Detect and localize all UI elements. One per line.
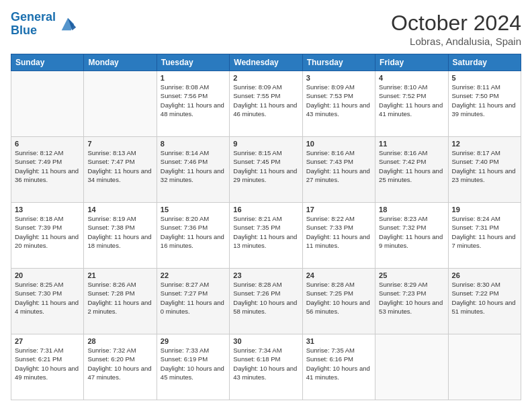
day-number: 24	[306, 271, 371, 279]
calendar-week-row: 1Sunrise: 8:08 AMSunset: 7:56 PMDaylight…	[11, 71, 521, 137]
day-info: Sunrise: 7:33 AMSunset: 6:19 PMDaylight:…	[161, 346, 226, 381]
calendar-cell: 22Sunrise: 8:27 AMSunset: 7:27 PMDayligh…	[157, 269, 229, 334]
title-block: October 2024 Lobras, Andalusia, Spain	[391, 11, 521, 47]
calendar-cell: 2Sunrise: 8:09 AMSunset: 7:55 PMDaylight…	[230, 71, 302, 137]
calendar-cell: 16Sunrise: 8:21 AMSunset: 7:35 PMDayligh…	[230, 203, 302, 269]
month-title: October 2024	[391, 11, 521, 36]
calendar-cell: 18Sunrise: 8:23 AMSunset: 7:32 PMDayligh…	[375, 203, 448, 269]
calendar-cell: 20Sunrise: 8:25 AMSunset: 7:30 PMDayligh…	[11, 269, 84, 334]
logo-text: General Blue	[11, 11, 56, 38]
day-number: 6	[15, 140, 80, 148]
calendar-cell: 23Sunrise: 8:28 AMSunset: 7:26 PMDayligh…	[230, 269, 302, 334]
logo: General Blue	[11, 11, 77, 38]
calendar-cell	[11, 71, 84, 137]
day-info: Sunrise: 7:32 AMSunset: 6:20 PMDaylight:…	[87, 346, 152, 381]
day-info: Sunrise: 8:09 AMSunset: 7:55 PMDaylight:…	[233, 83, 298, 118]
calendar-cell: 29Sunrise: 7:33 AMSunset: 6:19 PMDayligh…	[157, 334, 229, 400]
day-info: Sunrise: 8:20 AMSunset: 7:36 PMDaylight:…	[161, 214, 226, 250]
day-number: 8	[161, 140, 226, 148]
calendar-cell: 5Sunrise: 8:11 AMSunset: 7:50 PMDaylight…	[448, 71, 521, 137]
calendar-cell: 11Sunrise: 8:16 AMSunset: 7:42 PMDayligh…	[375, 137, 448, 203]
day-info: Sunrise: 8:25 AMSunset: 7:30 PMDaylight:…	[15, 280, 80, 316]
day-number: 26	[452, 271, 517, 279]
calendar-cell: 30Sunrise: 7:34 AMSunset: 6:18 PMDayligh…	[230, 334, 302, 400]
calendar-cell: 17Sunrise: 8:22 AMSunset: 7:33 PMDayligh…	[302, 203, 375, 269]
day-info: Sunrise: 8:21 AMSunset: 7:35 PMDaylight:…	[233, 214, 298, 250]
day-info: Sunrise: 8:27 AMSunset: 7:27 PMDaylight:…	[161, 280, 226, 316]
calendar-week-row: 27Sunrise: 7:31 AMSunset: 6:21 PMDayligh…	[11, 334, 521, 400]
calendar-cell: 12Sunrise: 8:17 AMSunset: 7:40 PMDayligh…	[448, 137, 521, 203]
day-number: 4	[379, 74, 444, 82]
calendar-cell: 27Sunrise: 7:31 AMSunset: 6:21 PMDayligh…	[11, 334, 84, 400]
calendar-cell: 6Sunrise: 8:12 AMSunset: 7:49 PMDaylight…	[11, 137, 84, 203]
day-info: Sunrise: 8:13 AMSunset: 7:47 PMDaylight:…	[87, 148, 152, 184]
logo-line1: General	[11, 10, 56, 24]
calendar-cell: 26Sunrise: 8:30 AMSunset: 7:22 PMDayligh…	[448, 269, 521, 334]
calendar-week-row: 13Sunrise: 8:18 AMSunset: 7:39 PMDayligh…	[11, 203, 521, 269]
day-info: Sunrise: 8:24 AMSunset: 7:31 PMDaylight:…	[452, 214, 517, 250]
day-number: 9	[233, 140, 298, 148]
day-info: Sunrise: 8:11 AMSunset: 7:50 PMDaylight:…	[452, 83, 517, 118]
day-number: 14	[87, 205, 152, 214]
day-number: 23	[233, 271, 298, 279]
day-info: Sunrise: 8:16 AMSunset: 7:42 PMDaylight:…	[379, 148, 444, 184]
day-number: 3	[306, 74, 371, 82]
header: General Blue October 2024 Lobras, Andalu…	[11, 11, 521, 47]
day-number: 19	[452, 205, 517, 214]
weekday-header-wednesday: Wednesday	[230, 54, 302, 71]
day-number: 27	[15, 337, 80, 345]
weekday-header-monday: Monday	[84, 54, 157, 71]
page: General Blue October 2024 Lobras, Andalu…	[0, 0, 532, 411]
day-number: 11	[379, 140, 444, 148]
calendar-cell: 31Sunrise: 7:35 AMSunset: 6:16 PMDayligh…	[302, 334, 375, 400]
calendar-week-row: 6Sunrise: 8:12 AMSunset: 7:49 PMDaylight…	[11, 137, 521, 203]
day-info: Sunrise: 8:26 AMSunset: 7:28 PMDaylight:…	[87, 280, 152, 316]
day-info: Sunrise: 8:19 AMSunset: 7:38 PMDaylight:…	[87, 214, 152, 250]
calendar-cell: 3Sunrise: 8:09 AMSunset: 7:53 PMDaylight…	[302, 71, 375, 137]
day-info: Sunrise: 8:16 AMSunset: 7:43 PMDaylight:…	[306, 148, 371, 184]
day-info: Sunrise: 8:30 AMSunset: 7:22 PMDaylight:…	[452, 280, 517, 316]
day-info: Sunrise: 8:08 AMSunset: 7:56 PMDaylight:…	[161, 83, 226, 118]
day-number: 7	[87, 140, 152, 148]
day-info: Sunrise: 8:15 AMSunset: 7:45 PMDaylight:…	[233, 148, 298, 184]
weekday-header-tuesday: Tuesday	[157, 54, 229, 71]
day-number: 28	[87, 337, 152, 345]
day-number: 10	[306, 140, 371, 148]
calendar-cell: 19Sunrise: 8:24 AMSunset: 7:31 PMDayligh…	[448, 203, 521, 269]
calendar-week-row: 20Sunrise: 8:25 AMSunset: 7:30 PMDayligh…	[11, 269, 521, 334]
calendar-cell: 25Sunrise: 8:29 AMSunset: 7:23 PMDayligh…	[375, 269, 448, 334]
day-number: 13	[15, 205, 80, 214]
calendar-cell: 13Sunrise: 8:18 AMSunset: 7:39 PMDayligh…	[11, 203, 84, 269]
day-number: 30	[233, 337, 298, 345]
location: Lobras, Andalusia, Spain	[391, 36, 521, 47]
weekday-header-sunday: Sunday	[11, 54, 84, 71]
day-info: Sunrise: 7:34 AMSunset: 6:18 PMDaylight:…	[233, 346, 298, 381]
calendar-cell: 8Sunrise: 8:14 AMSunset: 7:46 PMDaylight…	[157, 137, 229, 203]
day-number: 29	[161, 337, 226, 345]
day-number: 21	[87, 271, 152, 279]
logo-icon	[58, 15, 77, 34]
calendar-cell: 14Sunrise: 8:19 AMSunset: 7:38 PMDayligh…	[84, 203, 157, 269]
day-info: Sunrise: 8:29 AMSunset: 7:23 PMDaylight:…	[379, 280, 444, 316]
day-info: Sunrise: 8:12 AMSunset: 7:49 PMDaylight:…	[15, 148, 80, 184]
weekday-header-thursday: Thursday	[302, 54, 375, 71]
day-info: Sunrise: 8:17 AMSunset: 7:40 PMDaylight:…	[452, 148, 517, 184]
day-number: 22	[161, 271, 226, 279]
day-number: 17	[306, 205, 371, 214]
day-number: 15	[161, 205, 226, 214]
calendar-cell: 21Sunrise: 8:26 AMSunset: 7:28 PMDayligh…	[84, 269, 157, 334]
calendar-cell	[375, 334, 448, 400]
calendar-cell	[84, 71, 157, 137]
day-number: 5	[452, 74, 517, 82]
calendar-header-row: SundayMondayTuesdayWednesdayThursdayFrid…	[11, 54, 521, 71]
day-info: Sunrise: 8:18 AMSunset: 7:39 PMDaylight:…	[15, 214, 80, 250]
day-info: Sunrise: 8:28 AMSunset: 7:25 PMDaylight:…	[306, 280, 371, 316]
calendar-cell	[448, 334, 521, 400]
weekday-header-friday: Friday	[375, 54, 448, 71]
day-info: Sunrise: 8:23 AMSunset: 7:32 PMDaylight:…	[379, 214, 444, 250]
day-number: 31	[306, 337, 371, 345]
day-info: Sunrise: 8:14 AMSunset: 7:46 PMDaylight:…	[161, 148, 226, 184]
day-number: 16	[233, 205, 298, 214]
day-info: Sunrise: 7:35 AMSunset: 6:16 PMDaylight:…	[306, 346, 371, 381]
day-info: Sunrise: 7:31 AMSunset: 6:21 PMDaylight:…	[15, 346, 80, 381]
